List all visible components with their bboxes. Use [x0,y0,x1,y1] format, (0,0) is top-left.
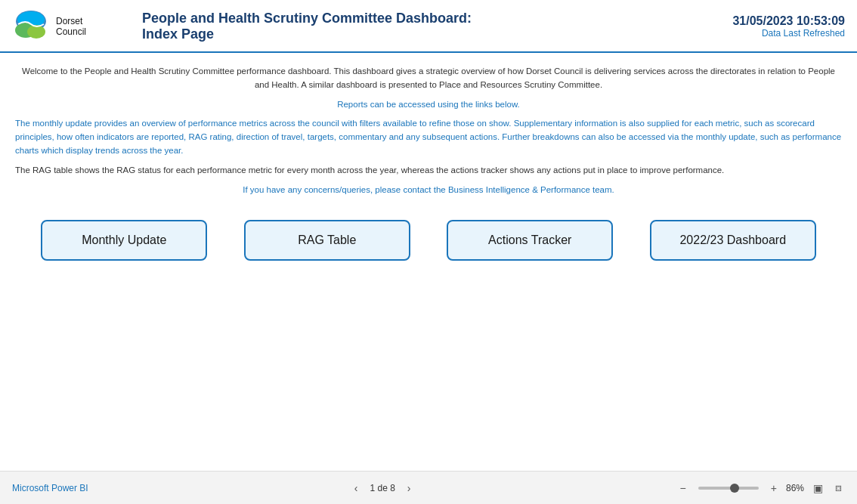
zoom-level: 86% [786,483,804,493]
actions-tracker-button[interactable]: Actions Tracker [447,220,613,261]
header-refresh-label: Data Last Refreshed [732,28,845,39]
paragraph-2: Reports can be accessed using the links … [15,98,842,112]
dorset-council-logo [12,8,50,45]
zoom-out-button[interactable]: − [677,481,689,496]
bottom-bar: Microsoft Power BI ‹ 1 de 8 › − + 86% ▣ … [0,471,857,504]
main-container: Dorset Council People and Health Scrutin… [0,0,857,471]
page-next-button[interactable]: › [404,481,414,496]
zoom-in-button[interactable]: + [768,481,780,496]
fit-to-window-button[interactable]: ▣ [810,481,826,496]
paragraph-3: The monthly update provides an overview … [15,117,842,157]
page-indicator: 1 de 8 [370,483,394,493]
header-title-line1: People and Health Scrutiny Committee Das… [142,11,732,27]
paragraph-1: Welcome to the People and Health Scrutin… [15,65,842,92]
dashboard-2022-button[interactable]: 2022/23 Dashboard [650,220,816,261]
zoom-slider[interactable] [698,487,759,490]
logo-text: Dorset Council [56,16,86,38]
fullscreen-button[interactable]: ⧈ [832,480,845,496]
header-datetime: 31/05/2023 10:53:09 [732,14,845,28]
logo-area: Dorset Council [12,8,133,45]
paragraph-5: If you have any concerns/queries, please… [15,184,842,197]
powerbi-link[interactable]: Microsoft Power BI [12,483,88,493]
page-prev-button[interactable]: ‹ [351,481,361,496]
zoom-thumb [730,484,739,493]
zoom-controls: − + 86% ▣ ⧈ [677,480,845,496]
monthly-update-button[interactable]: Monthly Update [41,220,207,261]
content-area: Welcome to the People and Health Scrutin… [0,53,857,471]
header-title-line2: Index Page [142,26,732,42]
header: Dorset Council People and Health Scrutin… [0,0,857,53]
header-right: 31/05/2023 10:53:09 Data Last Refreshed [732,14,845,39]
page-navigation: ‹ 1 de 8 › [88,481,677,496]
paragraph-4: The RAG table shows the RAG status for e… [15,164,842,178]
rag-table-button[interactable]: RAG Table [244,220,410,261]
header-title-area: People and Health Scrutiny Committee Das… [133,11,732,43]
nav-buttons: Monthly Update RAG Table Actions Tracker… [15,220,842,261]
